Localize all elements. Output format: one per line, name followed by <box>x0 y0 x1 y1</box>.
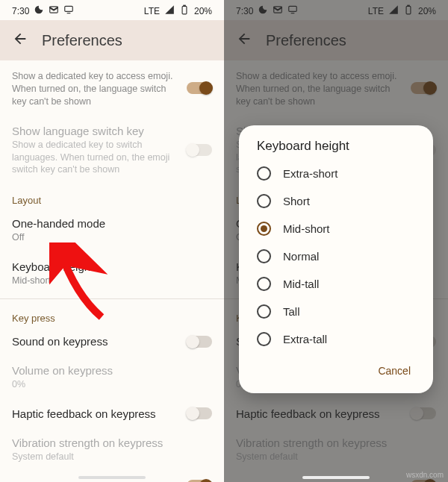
radio-label: Extra-short <box>283 167 337 180</box>
cancel-button[interactable]: Cancel <box>372 359 417 383</box>
radio-option-mid-tall[interactable]: Mid-tall <box>245 270 427 298</box>
page-title: Preferences <box>42 32 122 49</box>
signal-icon <box>164 4 175 17</box>
vibration-item: Vibration strength on keypress System de… <box>0 428 224 472</box>
haptic-item[interactable]: Haptic feedback on keypress <box>0 399 224 428</box>
moon-icon <box>34 4 44 17</box>
radio-icon <box>257 222 271 236</box>
status-bar: 7:30 LTE 20% <box>0 0 224 20</box>
radio-label: Mid-tall <box>283 278 319 290</box>
settings-list: Show a dedicated key to access emoji. Wh… <box>0 60 224 482</box>
radio-option-mid-short[interactable]: Mid-short <box>245 215 427 242</box>
lang-switch-item: Show language switch key Show a dedicate… <box>0 116 224 185</box>
volume-item: Volume on keypress 0% <box>0 356 224 399</box>
nav-pill[interactable] <box>302 476 370 479</box>
mail-icon <box>49 4 59 17</box>
radio-label: Mid-short <box>283 222 330 235</box>
battery-icon <box>179 4 190 17</box>
sound-item[interactable]: Sound on keypress <box>0 327 224 356</box>
svg-rect-3 <box>184 5 185 6</box>
svg-rect-1 <box>65 6 73 11</box>
radio-icon <box>257 194 271 208</box>
nav-pill[interactable] <box>78 476 146 479</box>
lang-switch-toggle <box>187 144 212 156</box>
vibration-label: Vibration strength on keypress <box>12 436 212 449</box>
one-handed-item[interactable]: One-handed mode Off <box>0 209 224 252</box>
watermark: wsxdn.com <box>406 471 444 479</box>
radio-option-extra-short[interactable]: Extra-short <box>245 160 427 187</box>
radio-label: Normal <box>283 250 319 263</box>
radio-icon <box>257 332 271 346</box>
vibration-value: System default <box>12 451 212 463</box>
radio-icon <box>257 304 271 319</box>
volume-label: Volume on keypress <box>12 364 212 377</box>
volume-value: 0% <box>12 378 212 391</box>
divider <box>0 298 224 299</box>
section-keypress: Key press <box>0 302 224 327</box>
keyboard-height-label: Keyboard height <box>12 260 212 273</box>
sound-label: Sound on keypress <box>12 335 178 348</box>
screenshot-left: 7:30 LTE 20% Preferences Show a dedicate… <box>0 0 224 482</box>
one-handed-label: One-handed mode <box>12 217 212 230</box>
status-batt: 20% <box>194 6 212 16</box>
cast-icon <box>63 4 74 17</box>
section-layout: Layout <box>0 184 224 209</box>
lang-switch-label: Show language switch key <box>12 125 178 137</box>
radio-option-tall[interactable]: Tall <box>245 298 427 325</box>
radio-option-extra-tall[interactable]: Extra-tall <box>245 325 427 353</box>
status-net: LTE <box>144 6 160 16</box>
back-icon[interactable] <box>12 31 28 50</box>
one-handed-value: Off <box>12 231 212 244</box>
app-bar: Preferences <box>0 20 224 60</box>
status-time: 7:30 <box>12 6 29 16</box>
radio-option-normal[interactable]: Normal <box>245 242 427 270</box>
keyboard-height-item[interactable]: Keyboard height Mid-short <box>0 252 224 295</box>
keyboard-height-value: Mid-short <box>12 275 212 287</box>
radio-label: Short <box>283 195 310 207</box>
haptic-label: Haptic feedback on keypress <box>12 407 178 420</box>
emoji-key-toggle[interactable] <box>187 82 212 94</box>
dialog-title: Keyboard height <box>245 139 427 160</box>
radio-label: Tall <box>283 305 300 318</box>
radio-icon <box>257 166 271 181</box>
screenshot-right: 7:30 LTE 20% Preferences Show a dedicate… <box>224 0 448 482</box>
svg-rect-2 <box>182 6 187 13</box>
emoji-key-desc: Show a dedicated key to access emoji. Wh… <box>12 70 178 108</box>
lang-switch-desc: Show a dedicated key to switch languages… <box>12 139 178 177</box>
radio-option-short[interactable]: Short <box>245 187 427 215</box>
radio-label: Extra-tall <box>283 333 327 345</box>
radio-icon <box>257 277 271 291</box>
emoji-key-item[interactable]: Show a dedicated key to access emoji. Wh… <box>0 60 224 116</box>
radio-icon <box>257 249 271 263</box>
haptic-toggle[interactable] <box>187 407 212 419</box>
keyboard-height-dialog: Keyboard height Extra-shortShortMid-shor… <box>239 125 433 393</box>
sound-toggle[interactable] <box>187 336 212 348</box>
